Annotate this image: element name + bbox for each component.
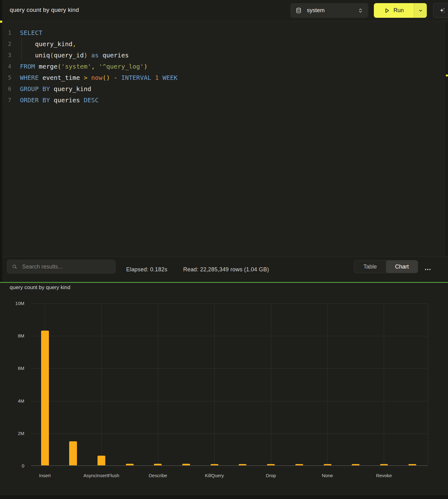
results-toolbar: Elapsed: 0.182s Read: 22,285,349 rows (1… (0, 256, 448, 282)
read-stat: Read: 22,285,349 rows (1.04 GB) (183, 257, 269, 282)
gridline-v (384, 303, 384, 466)
code-lines: SELECT query_kind, uniq(query_id) as que… (20, 27, 178, 106)
x-axis-tick: Insert (23, 472, 67, 479)
chevron-down-icon (418, 8, 423, 13)
gridline-v (101, 303, 102, 466)
x-axis-tick: KillQuery (193, 472, 236, 479)
y-axis-tick: 10M (6, 300, 24, 307)
code-line: uniq(query_id) as queries (20, 50, 178, 61)
bar-unlabeled-7[interactable] (239, 464, 246, 465)
ai-assist-button[interactable] (433, 3, 448, 18)
bottom-edge-strip (0, 495, 448, 499)
view-toggle: Table Chart (354, 260, 418, 273)
bar-none[interactable] (324, 464, 331, 465)
gridline-h (31, 303, 428, 304)
y-axis-tick: 0 (6, 463, 24, 469)
bar-asyncinsertflush[interactable] (98, 456, 105, 465)
run-button[interactable]: Run (374, 3, 414, 18)
query-title: query count by query kind (10, 7, 79, 13)
code-line: GROUP BY query_kind (20, 83, 178, 94)
chart-title: query count by query kind (10, 284, 70, 291)
gridline-h (31, 336, 428, 336)
query-header: query count by query kind system (0, 0, 448, 21)
bar-unlabeled-3[interactable] (126, 464, 134, 465)
tab-table[interactable]: Table (354, 260, 386, 273)
scrollbar-marker (446, 75, 448, 76)
code-line: ORDER BY queries DESC (20, 94, 178, 106)
bar-insert[interactable] (41, 331, 49, 465)
gridline-v (428, 303, 428, 466)
bar-killquery[interactable] (211, 464, 218, 465)
bar-unlabeled-11[interactable] (352, 464, 360, 465)
x-axis-tick: AsyncInsertFlush (79, 472, 123, 479)
gridline-h (31, 368, 428, 369)
x-axis-tick: Describe (136, 472, 180, 479)
code-line: WHERE event_time > now() - INTERVAL 1 WE… (20, 72, 178, 83)
sql-console-window: query count by query kind system (0, 0, 448, 499)
database-icon (295, 7, 302, 14)
indent-guide (21, 38, 22, 61)
bar-unlabeled-5[interactable] (182, 464, 190, 465)
search-results-input[interactable] (22, 264, 111, 270)
play-icon (384, 7, 390, 14)
code-line: FROM merge('system', '^query_log') (20, 61, 178, 72)
x-axis-tick: Revoke (362, 472, 406, 479)
run-options-button[interactable] (414, 3, 427, 18)
gridline-v (327, 303, 328, 466)
bar-revoke[interactable] (380, 464, 388, 465)
search-icon (12, 264, 17, 269)
x-axis-tick: None (306, 472, 349, 479)
active-tab-marker (0, 21, 2, 23)
left-edge-strip (0, 0, 2, 282)
bar-describe[interactable] (154, 464, 162, 465)
run-button-group: Run (374, 3, 427, 18)
bar-unlabeled-9[interactable] (295, 464, 303, 465)
database-selector-value: system (307, 7, 325, 14)
more-options-button[interactable] (422, 257, 433, 282)
gridline-v (158, 303, 158, 466)
code-line: query_kind, (20, 38, 178, 50)
search-results-box (7, 260, 116, 274)
sparkles-icon (439, 7, 446, 14)
code-line: SELECT (20, 27, 178, 38)
y-axis-tick: 6M (6, 365, 24, 371)
ellipsis-icon (425, 269, 426, 270)
x-axis-tick: Drop (249, 472, 293, 479)
chart-panel: query count by query kind 02M4M6M8M10M I… (0, 283, 448, 499)
bar-unlabeled-1[interactable] (69, 441, 77, 465)
tab-chart[interactable]: Chart (386, 260, 418, 273)
sql-editor[interactable]: 1234567 SELECT query_kind, uniq(query_id… (0, 22, 448, 256)
y-axis-tick: 8M (6, 333, 24, 339)
database-selector[interactable]: system (290, 3, 368, 18)
chevron-updown-icon (358, 8, 363, 13)
bar-drop[interactable] (267, 464, 275, 465)
editor-scrollbar[interactable] (446, 22, 448, 256)
y-axis-tick: 4M (6, 398, 24, 404)
y-axis-tick: 2M (6, 430, 24, 437)
gridline-h (31, 401, 428, 401)
gridline-v (271, 303, 271, 466)
chart-plot (31, 303, 428, 466)
bar-unlabeled-13[interactable] (408, 464, 416, 465)
gridline-h (31, 434, 428, 434)
elapsed-stat: Elapsed: 0.182s (126, 257, 167, 282)
gridline-v (214, 303, 215, 466)
run-button-label: Run (393, 7, 404, 14)
